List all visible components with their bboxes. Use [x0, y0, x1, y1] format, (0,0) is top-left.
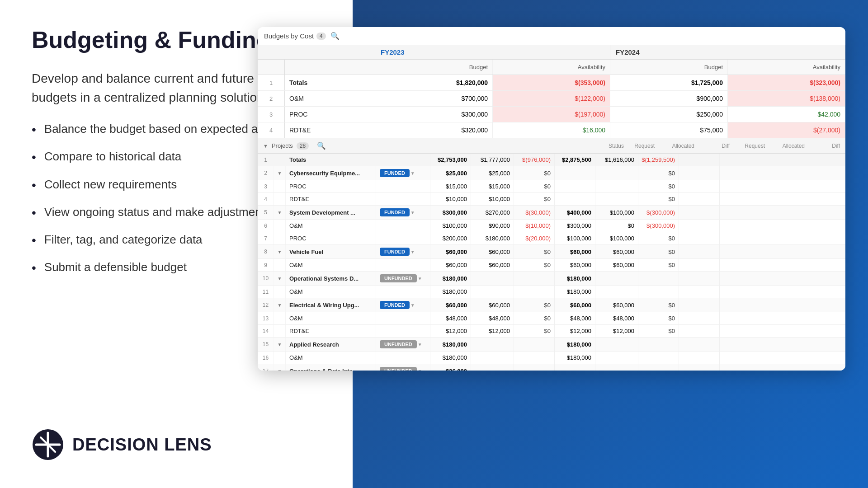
detail-row-label: Vehicle Fuel	[286, 245, 376, 258]
req23-cell: $60,000	[430, 259, 471, 271]
detail-row-label: O&M	[286, 352, 376, 364]
row-chevron: ▼	[278, 303, 282, 308]
detail-row: 8 ▼ Vehicle Fuel FUNDED ▼ $60,000 $60,00…	[258, 245, 845, 259]
summary-row: 1 Totals $1,820,000 $(353,000) $1,725,00…	[258, 75, 845, 91]
status-cell[interactable]: UNFUNDED ▼	[376, 272, 430, 285]
dropdown-arrow[interactable]: ▼	[418, 342, 422, 347]
status-label: Status	[609, 143, 624, 149]
row-chevron-cell[interactable]: ▼	[274, 338, 286, 351]
status-cell[interactable]: FUNDED ▼	[376, 298, 430, 312]
detail-row-num: 1	[258, 154, 274, 166]
summary-row: 3 PROC $300,000 $(197,000) $250,000 $42,…	[258, 107, 845, 122]
col-fy24-avail: Availability	[728, 60, 845, 75]
alloc23-cell	[471, 272, 514, 285]
status-cell[interactable]: FUNDED ▼	[376, 245, 430, 258]
extra-cell	[679, 259, 720, 271]
dropdown-arrow[interactable]: ▼	[410, 303, 415, 308]
diff23-cell: $0	[514, 298, 555, 312]
req24-cell: $400,000	[555, 206, 595, 219]
detail-row-label: Operational Systems D...	[286, 272, 376, 285]
col-headers: Budget Availability Budget Availability	[258, 60, 845, 75]
alloc24-cell: $0	[595, 220, 638, 232]
unfunded-badge: UNFUNDED	[380, 367, 417, 371]
detail-row: 6 O&M $100,000 $90,000 $(10,000) $300,00…	[258, 220, 845, 232]
extra-cell	[679, 206, 720, 219]
table-toolbar: Budgets by Cost 4 🔍	[258, 27, 845, 45]
extra-cell	[679, 154, 720, 166]
right-panel: Budgets by Cost 4 🔍 FY2023 FY2024 Budget…	[258, 27, 845, 371]
row-chevron-cell[interactable]: ▼	[274, 272, 286, 285]
fy2023-label: FY2023	[375, 45, 610, 59]
search-icon[interactable]: 🔍	[330, 32, 340, 40]
alloc23-cell: $60,000	[471, 298, 514, 312]
dropdown-arrow[interactable]: ▼	[410, 171, 415, 176]
row-chevron-cell[interactable]: ▼	[274, 245, 286, 258]
fy24-budget: $900,000	[610, 91, 728, 106]
detail-row-num: 4	[258, 193, 274, 205]
diff23-cell: $0	[514, 193, 555, 205]
req23-cell: $200,000	[430, 232, 471, 244]
diff23-cell: $0	[514, 312, 555, 324]
diff24-cell: $0	[638, 325, 679, 337]
dropdown-arrow[interactable]: ▼	[410, 210, 415, 215]
row-label: RDT&E	[285, 122, 375, 138]
dropdown-arrow[interactable]: ▼	[410, 249, 415, 254]
projects-label: Projects	[272, 142, 293, 149]
alloc24-cell	[595, 286, 638, 298]
fy23-budget: $1,820,000	[375, 75, 493, 90]
detail-row: 17 ▼ Operations & Data Inte... UNFUNDED …	[258, 364, 845, 371]
extra-cell	[679, 338, 720, 351]
status-cell[interactable]: FUNDED ▼	[376, 166, 430, 180]
detail-row: 12 ▼ Electrical & Wiring Upg... FUNDED ▼…	[258, 298, 845, 312]
fy23-budget: $700,000	[375, 91, 493, 106]
detail-row-num: 3	[258, 180, 274, 192]
row-chevron-cell[interactable]: ▼	[274, 364, 286, 371]
row-chevron-cell	[274, 193, 286, 205]
status-cell[interactable]: UNFUNDED ▼	[376, 338, 430, 351]
diff23-cell	[514, 338, 555, 351]
alloc23-cell	[471, 286, 514, 298]
req23-cell: $300,000	[430, 206, 471, 219]
detail-row-label: Cybersecurity Equipme...	[286, 166, 376, 180]
fy-header: FY2023 FY2024	[258, 45, 845, 60]
detail-row-label: O&M	[286, 220, 376, 232]
dropdown-arrow[interactable]: ▼	[418, 276, 422, 281]
status-cell	[376, 286, 430, 298]
status-cell	[376, 232, 430, 244]
detail-row-num: 6	[258, 220, 274, 232]
fy23-avail: $(122,000)	[493, 91, 610, 106]
detail-section[interactable]: ▼ Projects 28 🔍 Status Request Allocated…	[258, 138, 845, 371]
req23-cell: $48,000	[430, 312, 471, 324]
dropdown-arrow[interactable]: ▼	[418, 369, 422, 371]
status-cell	[376, 312, 430, 324]
req24-cell: $180,000	[555, 352, 595, 364]
diff24-cell: $0	[638, 180, 679, 192]
req24-cell: $60,000	[555, 245, 595, 258]
req23-cell: $25,000	[430, 166, 471, 180]
extra-cell	[679, 245, 720, 258]
diff23-cell: $(976,000)	[514, 154, 555, 166]
req24-cell: $12,000	[555, 325, 595, 337]
status-cell	[376, 220, 430, 232]
alloc24-cell: $100,000	[595, 232, 638, 244]
alloc24-cell	[595, 272, 638, 285]
req23-cell: $2,753,000	[430, 154, 471, 166]
col-fy23-budget: Budget	[375, 60, 493, 75]
extra-cell	[679, 312, 720, 324]
detail-row-label: RDT&E	[286, 193, 376, 205]
detail-search-icon[interactable]: 🔍	[317, 141, 326, 150]
col-num	[258, 60, 285, 75]
extra-cell	[679, 364, 720, 371]
projects-badge: 28	[297, 142, 309, 150]
diff24-cell: $(300,000)	[638, 206, 679, 219]
status-cell[interactable]: UNFUNDED ▼	[376, 364, 430, 371]
detail-row-label: PROC	[286, 232, 376, 244]
detail-row: 13 O&M $48,000 $48,000 $0 $48,000 $48,00…	[258, 312, 845, 325]
status-cell	[376, 193, 430, 205]
row-chevron-cell[interactable]: ▼	[274, 206, 286, 219]
row-chevron-cell[interactable]: ▼	[274, 298, 286, 312]
alloc23-cell: $90,000	[471, 220, 514, 232]
status-cell[interactable]: FUNDED ▼	[376, 206, 430, 219]
alloc23-cell: $10,000	[471, 193, 514, 205]
row-chevron-cell[interactable]: ▼	[274, 166, 286, 180]
